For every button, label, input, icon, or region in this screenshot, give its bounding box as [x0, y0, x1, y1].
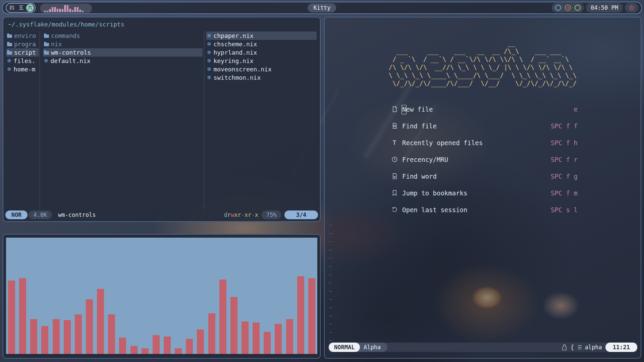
file-row[interactable]: script [6, 48, 39, 57]
find-file-icon [390, 123, 398, 129]
visualizer-bar [49, 9, 51, 12]
menu-item-open-last-session[interactable]: Open last sessionSPC s l [390, 205, 578, 214]
folder-icon [44, 43, 49, 46]
workspace-button[interactable]: 六 [26, 4, 34, 12]
menu-item-frecency-mru[interactable]: Frecency/MRUSPC f r [390, 155, 578, 164]
blue-ring-icon[interactable] [555, 5, 561, 11]
menu-item-recently-opened-files[interactable]: TRecently opened filesSPC f h [390, 138, 578, 147]
dashboard-header-art: __ ___ ___ ___ __ __ /\_\ ___ ___ / _ `\… [325, 39, 641, 87]
permission-char: d [224, 212, 227, 218]
file-row[interactable]: progra [6, 40, 39, 48]
chart-bar [197, 329, 204, 354]
permission-char: x [245, 212, 248, 218]
folder-icon [7, 35, 12, 38]
nix-snowflake-icon: ❄ [207, 67, 211, 72]
chart-bar [86, 299, 93, 354]
file-row[interactable]: ❄moveonscreen.nix [206, 65, 317, 73]
chart-bar [153, 335, 160, 354]
scroll-percent-badge: 75% [262, 210, 281, 219]
chart-bar [108, 314, 115, 354]
menu-item-shortcut: SPC f h [551, 139, 578, 146]
chart-bar [19, 278, 26, 354]
workspace-button[interactable]: 四 [7, 4, 16, 12]
plugin-name: Alpha [364, 344, 381, 351]
mode-badge: NOR [5, 210, 28, 219]
workspace-pill: 四五六 [6, 3, 36, 13]
block-cursor [401, 105, 407, 114]
file-name: home-m [13, 66, 35, 73]
file-row[interactable]: ❄keyring.nix [206, 57, 317, 65]
orange-dial-icon[interactable] [565, 5, 571, 11]
session-icon [390, 206, 398, 213]
file-row[interactable]: enviro [6, 32, 39, 40]
menu-item-find-word[interactable]: Find wordSPC f g [390, 172, 578, 181]
file-permissions: drwxr-xr-x [224, 212, 259, 218]
neovim-statusline: Alpha NORMAL ( alpha 11:21 [329, 343, 637, 352]
file-name: script [14, 49, 36, 56]
tray-pill [552, 3, 584, 12]
audio-visualizer [40, 4, 92, 13]
file-row[interactable]: ❄chpaper.nix [206, 32, 317, 40]
permission-char: x [255, 212, 258, 218]
menu-item-new-file[interactable]: New filee [390, 105, 578, 114]
green-ring-icon[interactable] [575, 5, 581, 11]
visualizer-bar [47, 11, 49, 12]
chart-bar [297, 276, 304, 354]
file-row[interactable]: commands [43, 32, 203, 40]
permission-char: r [248, 212, 251, 218]
chart-bar [130, 346, 138, 354]
file-row[interactable]: ❄switchmon.nix [206, 73, 317, 82]
file-row[interactable]: wm-controls [43, 48, 203, 57]
visualizer-bar [44, 11, 46, 12]
dashboard-menu: New fileeFind fileSPC f fTRecently opene… [390, 105, 578, 214]
column-divider [204, 32, 204, 209]
clock[interactable]: 04:50 PM [586, 3, 623, 12]
file-row[interactable]: ❄files. [6, 57, 39, 65]
menu-item-label: Find file [402, 122, 437, 130]
nix-snowflake-icon: ❄ [7, 58, 11, 64]
file-manager-window[interactable]: ~/.sysflake/modules/home/scripts envirop… [3, 17, 321, 222]
recent-files-icon: T [390, 139, 398, 146]
file-name: keyring.nix [213, 57, 253, 64]
file-name: progra [14, 41, 36, 48]
folder-icon [44, 35, 49, 38]
file-name: wm-controls [51, 49, 91, 56]
permission-char: x [234, 212, 237, 218]
current-column: commandsnixwm-controls❄default.nix [43, 32, 203, 65]
visualizer-bar [72, 10, 74, 12]
permission-char: - [241, 212, 245, 218]
file-name: chscheme.nix [213, 41, 257, 48]
file-name: files. [13, 57, 35, 64]
nix-snowflake-icon: ❄ [207, 33, 211, 39]
chart-bar [275, 324, 282, 354]
chart-bar [186, 339, 193, 354]
file-row[interactable]: ❄chscheme.nix [206, 40, 317, 48]
bookmarks-icon [390, 190, 398, 196]
file-row[interactable]: ❄default.nix [43, 57, 203, 65]
column-divider [40, 32, 40, 209]
active-window-title[interactable]: Kitty [308, 3, 336, 12]
file-name: enviro [14, 32, 36, 39]
chart-window[interactable] [3, 234, 321, 359]
chart-bar [175, 348, 182, 354]
chart-bar [53, 319, 60, 354]
menu-item-find-file[interactable]: Find fileSPC f f [390, 121, 578, 130]
file-row[interactable]: ❄home-m [6, 65, 39, 73]
visualizer-bar [67, 5, 69, 12]
chart-bar [286, 319, 293, 354]
workspace-button[interactable]: 五 [17, 4, 25, 12]
visualizer-bar [64, 5, 66, 12]
chart-bar [241, 321, 249, 354]
visualizer-bar [52, 7, 54, 12]
filetype-label: alpha [585, 344, 602, 351]
chart-bar [208, 313, 215, 354]
current-path: ~/.sysflake/modules/home/scripts [8, 21, 124, 28]
linux-icon [562, 344, 567, 350]
menu-item-jump-to-bookmarks[interactable]: Jump to bookmarksSPC f m [390, 188, 578, 197]
file-row[interactable]: nix [43, 40, 203, 48]
neovim-window[interactable]: __ ___ ___ ___ __ __ /\_\ ___ ___ / _ `\… [324, 17, 641, 359]
find-word-icon [390, 173, 398, 179]
file-row[interactable]: ❄hyprland.nix [206, 48, 317, 57]
power-button[interactable] [625, 3, 638, 12]
visualizer-bar [77, 7, 79, 12]
